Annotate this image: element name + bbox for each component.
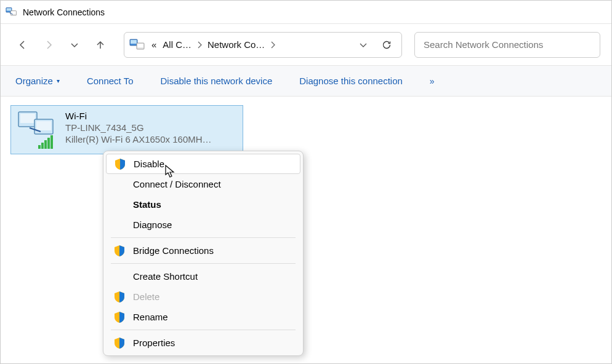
shield-icon bbox=[113, 337, 126, 349]
svg-rect-10 bbox=[20, 114, 35, 123]
chevron-right-icon[interactable] bbox=[268, 41, 277, 49]
menu-item-label: Connect / Disconnect bbox=[133, 179, 221, 189]
svg-rect-12 bbox=[36, 121, 51, 130]
address-dropdown[interactable] bbox=[353, 35, 373, 55]
shield-icon bbox=[113, 311, 126, 323]
menu-disable[interactable]: Disable bbox=[106, 154, 300, 174]
adapter-name: Wi-Fi bbox=[65, 111, 212, 121]
svg-rect-8 bbox=[137, 44, 143, 47]
content-area: Wi-Fi TP-LINK_7434_5G Killer(R) Wi-Fi 6 … bbox=[1, 97, 611, 163]
search-input[interactable] bbox=[424, 39, 591, 50]
menu-item-label: Diagnose bbox=[133, 220, 172, 230]
svg-rect-1 bbox=[7, 8, 12, 10]
svg-rect-15 bbox=[41, 143, 44, 149]
menu-separator bbox=[111, 263, 296, 264]
menu-status[interactable]: Status bbox=[105, 194, 302, 215]
network-folder-icon bbox=[129, 39, 147, 51]
svg-rect-14 bbox=[38, 145, 41, 149]
adapter-text: Wi-Fi TP-LINK_7434_5G Killer(R) Wi-Fi 6 … bbox=[65, 109, 212, 150]
svg-rect-3 bbox=[11, 11, 15, 14]
menu-delete: Delete bbox=[105, 287, 302, 307]
menu-item-label: Bridge Connections bbox=[133, 245, 214, 256]
diagnose-connection-button[interactable]: Diagnose this connection bbox=[299, 76, 403, 86]
menu-item-label: Delete bbox=[133, 291, 159, 302]
breadcrumb-seg-2[interactable]: Network Co… bbox=[206, 39, 266, 50]
menu-connect-disconnect[interactable]: Connect / Disconnect bbox=[105, 174, 302, 194]
search-box[interactable] bbox=[414, 32, 600, 58]
menu-item-label: Rename bbox=[133, 312, 168, 322]
menu-diagnose[interactable]: Diagnose bbox=[105, 215, 302, 235]
menu-item-label: Disable bbox=[134, 159, 164, 169]
shield-icon bbox=[113, 245, 126, 257]
address-bar[interactable]: « All C… Network Co… bbox=[124, 32, 402, 58]
disable-device-button[interactable]: Disable this network device bbox=[160, 76, 272, 86]
menu-item-label: Status bbox=[133, 199, 161, 210]
menu-properties[interactable]: Properties bbox=[105, 333, 302, 353]
menu-bridge-connections[interactable]: Bridge Connections bbox=[105, 240, 302, 261]
titlebar: Network Connections bbox=[1, 1, 611, 24]
breadcrumb-seg-1[interactable]: All C… bbox=[161, 39, 193, 50]
toolbar-overflow[interactable]: » bbox=[430, 76, 435, 86]
menu-create-shortcut[interactable]: Create Shortcut bbox=[105, 266, 302, 287]
shield-icon bbox=[114, 158, 126, 170]
up-button[interactable] bbox=[89, 34, 111, 56]
menu-item-label: Create Shortcut bbox=[133, 271, 198, 282]
svg-rect-6 bbox=[131, 40, 137, 44]
network-folder-icon bbox=[6, 7, 18, 18]
svg-rect-17 bbox=[47, 138, 50, 149]
adapter-device: Killer(R) Wi-Fi 6 AX1650x 160MH… bbox=[65, 134, 212, 144]
menu-item-label: Properties bbox=[133, 338, 175, 348]
adapter-item-wifi[interactable]: Wi-Fi TP-LINK_7434_5G Killer(R) Wi-Fi 6 … bbox=[10, 105, 243, 154]
svg-rect-16 bbox=[44, 140, 47, 149]
window-title: Network Connections bbox=[23, 7, 105, 17]
connect-to-button[interactable]: Connect To bbox=[87, 76, 134, 86]
svg-rect-18 bbox=[50, 135, 53, 149]
caret-down-icon: ▾ bbox=[57, 77, 60, 84]
adapter-ssid: TP-LINK_7434_5G bbox=[65, 122, 212, 133]
menu-separator bbox=[111, 330, 296, 330]
command-bar: Organize ▾ Connect To Disable this netwo… bbox=[1, 66, 611, 97]
refresh-button[interactable] bbox=[376, 34, 398, 56]
organize-label: Organize bbox=[15, 76, 53, 86]
context-menu: Disable Connect / Disconnect Status Diag… bbox=[103, 151, 304, 356]
chevron-right-icon[interactable] bbox=[195, 41, 204, 49]
menu-rename[interactable]: Rename bbox=[105, 307, 302, 327]
adapter-icon bbox=[16, 109, 59, 150]
navbar: « All C… Network Co… bbox=[1, 24, 611, 66]
shield-icon bbox=[113, 291, 126, 303]
breadcrumb-prefix: « bbox=[150, 39, 158, 50]
forward-button[interactable] bbox=[38, 34, 60, 56]
organize-menu[interactable]: Organize ▾ bbox=[15, 76, 60, 86]
recent-locations-button[interactable] bbox=[63, 34, 86, 56]
menu-separator bbox=[111, 237, 296, 238]
back-button[interactable] bbox=[12, 34, 34, 56]
